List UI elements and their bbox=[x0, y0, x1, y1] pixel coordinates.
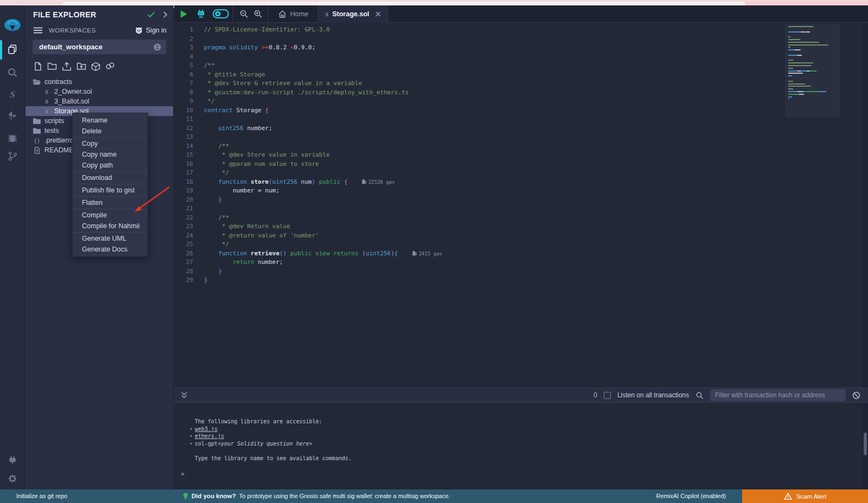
line-number: 16 bbox=[174, 160, 204, 169]
tree-item-3-ballot-sol[interactable]: S3_Ballot.sol bbox=[25, 96, 173, 106]
cube-icon[interactable] bbox=[91, 62, 100, 72]
solidity-compiler-icon[interactable]: S bbox=[0, 85, 25, 104]
line-number: 27 bbox=[174, 258, 204, 267]
menu-item-generate-uml[interactable]: Generate UML bbox=[73, 233, 148, 244]
line-number: 13 bbox=[174, 133, 204, 142]
line-number: 26 bbox=[174, 249, 204, 259]
menu-item-compile[interactable]: Compile bbox=[73, 210, 148, 221]
clear-console-icon[interactable] bbox=[852, 391, 860, 399]
link-icon[interactable] bbox=[105, 62, 115, 72]
menu-separator bbox=[73, 209, 148, 209]
status-bar: Initialize as git repo Did you know? To … bbox=[0, 489, 868, 503]
solidity-file-icon: S bbox=[43, 88, 50, 95]
menu-item-publish-file-to-gist[interactable]: Publish file to gist bbox=[73, 185, 148, 196]
scam-alert-button[interactable]: Scam Alert bbox=[742, 489, 868, 503]
menu-item-copy-name[interactable]: Copy name bbox=[73, 149, 148, 160]
terminal-search-icon[interactable] bbox=[695, 391, 704, 399]
zoom-out-icon[interactable] bbox=[237, 9, 251, 18]
remix-logo-icon[interactable] bbox=[0, 15, 25, 37]
check-icon[interactable] bbox=[147, 11, 155, 18]
listen-transactions-checkbox[interactable] bbox=[604, 392, 611, 399]
copilot-status[interactable]: RemixAI Copilot (enabled) bbox=[656, 489, 726, 503]
terminal-line: •ethers.js bbox=[174, 433, 863, 440]
menu-item-download[interactable]: Download bbox=[73, 172, 148, 183]
run-script-button[interactable] bbox=[174, 10, 193, 18]
zoom-in-icon[interactable] bbox=[251, 9, 265, 18]
git-icon[interactable] bbox=[0, 147, 25, 165]
menu-item-rename[interactable]: Rename bbox=[73, 115, 148, 126]
new-folder-icon[interactable] bbox=[47, 62, 57, 72]
code-line: 13 bbox=[174, 133, 868, 142]
hamburger-menu-icon[interactable] bbox=[34, 27, 42, 34]
minimap[interactable] bbox=[788, 26, 838, 101]
code-line: 5/** bbox=[174, 61, 868, 70]
code-line: 23 * @dev Return value bbox=[174, 222, 868, 231]
code-line: 16 * @param num value to store bbox=[174, 160, 868, 169]
code-line: 9 */ bbox=[174, 97, 868, 106]
tree-item-contracts[interactable]: contracts bbox=[25, 77, 173, 87]
tree-item-label: 2_Owner.sol bbox=[54, 88, 92, 95]
code-editor[interactable]: 1// SPDX-License-Identifier: GPL-3.023pr… bbox=[174, 23, 868, 388]
scrollbar-track[interactable] bbox=[863, 23, 868, 489]
tree-item-2-owner-sol[interactable]: S2_Owner.sol bbox=[25, 87, 173, 96]
chevron-right-icon[interactable] bbox=[163, 11, 168, 18]
menu-separator bbox=[73, 232, 148, 233]
sign-in-button[interactable]: Sign in bbox=[135, 27, 167, 34]
line-number: 17 bbox=[174, 169, 204, 178]
menu-item-flatten[interactable]: Flatten bbox=[73, 197, 148, 208]
menu-item-generate-docs[interactable]: Generate Docs bbox=[73, 244, 148, 255]
terminal-scrollbar[interactable] bbox=[864, 433, 867, 455]
tab-storage-sol[interactable]: S Storage.sol bbox=[318, 5, 387, 23]
line-number: 4 bbox=[174, 53, 204, 62]
menu-separator bbox=[73, 184, 148, 184]
terminal-library-link[interactable]: web3.js bbox=[195, 425, 218, 433]
main-view: Home S Storage.sol 1// SPDX-License-Iden… bbox=[174, 5, 868, 489]
file-explorer-icon[interactable] bbox=[0, 40, 25, 59]
deploy-run-icon[interactable] bbox=[0, 106, 25, 125]
code-line: 14 /** bbox=[174, 142, 868, 151]
line-number: 22 bbox=[174, 214, 204, 223]
debugger-icon[interactable] bbox=[0, 128, 25, 147]
terminal-line: •sol-gpt <your Solidity question here> bbox=[174, 440, 863, 448]
transaction-filter-input[interactable] bbox=[710, 389, 846, 401]
menu-separator bbox=[73, 171, 148, 172]
close-tab-icon[interactable] bbox=[375, 11, 381, 17]
gas-estimate-badge: 2415 gas bbox=[412, 249, 442, 259]
search-icon[interactable] bbox=[0, 63, 25, 82]
menu-item-copy[interactable]: Copy bbox=[73, 138, 148, 149]
remixai-robot-icon[interactable] bbox=[193, 9, 209, 19]
code-line: 15 * @dev Store value in variable bbox=[174, 151, 868, 160]
menu-item-compile-for-nahmii[interactable]: Compile for Nahmii bbox=[73, 221, 148, 231]
upload-file-icon[interactable] bbox=[62, 62, 72, 72]
terminal-prompt[interactable]: > bbox=[181, 470, 184, 478]
tab-home[interactable]: Home bbox=[269, 5, 318, 23]
workspace-name: default_workspace bbox=[39, 43, 154, 51]
menu-item-delete[interactable]: Delete bbox=[73, 126, 148, 137]
code-line: 17 */ bbox=[174, 169, 868, 178]
copilot-toggle[interactable] bbox=[209, 9, 233, 18]
did-you-know-tip: Did you know? To prototype using the Gno… bbox=[183, 489, 450, 503]
code-line: 6 * @title Storage bbox=[174, 70, 868, 80]
tip-text: To prototype using the Gnosis safe multi… bbox=[239, 489, 450, 503]
line-number: 29 bbox=[174, 276, 204, 285]
gas-estimate-badge: 22520 gas bbox=[362, 178, 395, 187]
new-file-icon[interactable] bbox=[34, 62, 42, 72]
upload-folder-icon[interactable] bbox=[76, 62, 86, 72]
solidity-file-icon: S bbox=[43, 108, 50, 114]
workspace-select[interactable]: default_workspace bbox=[33, 40, 166, 54]
code-line: 28 } bbox=[174, 267, 868, 276]
line-number: 8 bbox=[174, 88, 204, 98]
plugin-manager-icon[interactable] bbox=[0, 451, 25, 469]
terminal[interactable]: The following libraries are accessible:•… bbox=[174, 403, 863, 489]
file-actions-toolbar bbox=[25, 54, 173, 72]
code-line: 2 bbox=[174, 35, 868, 44]
file-context-menu: RenameDeleteCopyCopy nameCopy pathDownlo… bbox=[72, 113, 148, 257]
code-line: 12 uint256 number; bbox=[174, 124, 868, 133]
github-icon bbox=[135, 27, 143, 34]
line-number: 6 bbox=[174, 70, 204, 80]
init-git-repo-button[interactable]: Initialize as git repo bbox=[16, 489, 67, 503]
terminal-library-link[interactable]: ethers.js bbox=[195, 433, 224, 440]
settings-gear-icon[interactable] bbox=[0, 469, 25, 488]
menu-item-copy-path[interactable]: Copy path bbox=[73, 160, 148, 171]
collapse-terminal-icon[interactable] bbox=[181, 391, 188, 399]
